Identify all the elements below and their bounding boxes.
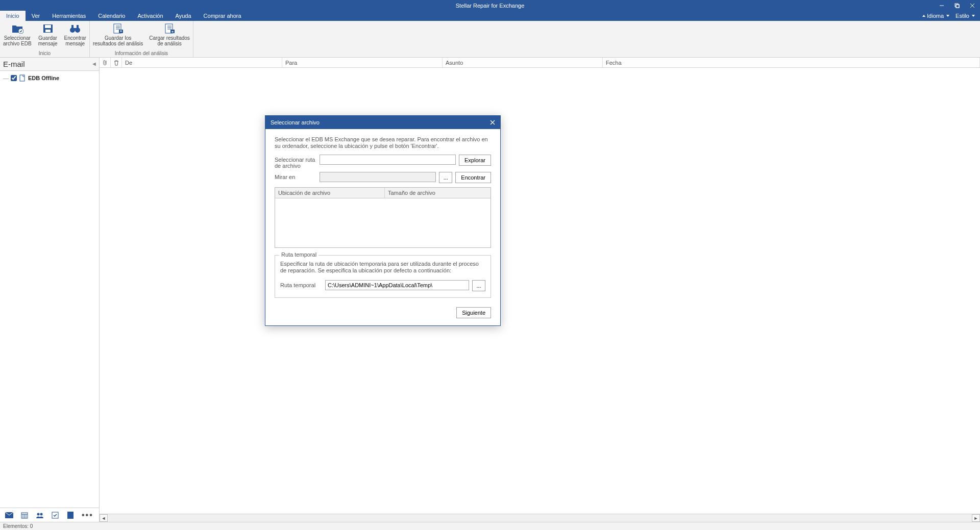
svg-rect-14	[74, 28, 77, 30]
svg-rect-8	[45, 25, 51, 28]
load-results-button[interactable]: Cargar resultados de análisis	[146, 21, 192, 50]
temp-path-input[interactable]	[325, 280, 469, 290]
menu-idioma[interactable]: Idioma	[920, 13, 951, 19]
temp-path-fieldset: Ruta temporal Especificar la ruta de ubi…	[275, 255, 491, 298]
file-save-icon	[111, 23, 125, 34]
close-button[interactable]	[965, 0, 980, 11]
horizontal-scrollbar[interactable]: ◄ ►	[100, 514, 980, 522]
minimize-button[interactable]	[934, 0, 949, 11]
col-para[interactable]: Para	[282, 58, 443, 67]
lookin-label: Mirar en	[275, 172, 316, 180]
tab-ver[interactable]: Ver	[26, 11, 46, 21]
save-results-label: Guardar los resultados del análisis	[93, 35, 143, 46]
notes-icon[interactable]	[66, 512, 75, 519]
app-title: Stellar Repair for Exchange	[456, 3, 525, 9]
temp-intro-text: Especificar la ruta de ubicación tempora…	[280, 261, 485, 274]
dialog-title-text: Seleccionar archivo	[271, 119, 320, 125]
caret-down-icon	[946, 15, 949, 17]
mail-icon[interactable]	[5, 512, 13, 519]
file-results-table: Ubicación de archivo Tamaño de archivo	[275, 187, 491, 248]
svg-rect-2	[956, 5, 959, 8]
svg-rect-12	[71, 25, 74, 28]
save-message-label: Guardar mensaje	[38, 35, 58, 46]
tree-item-edb[interactable]: — EDB Offline	[2, 74, 97, 82]
tree-connector-icon: —	[3, 75, 9, 81]
find-message-label: Encontrar mensaje	[64, 35, 86, 46]
col-de-label: De	[125, 60, 132, 66]
col-location[interactable]: Ubicación de archivo	[275, 188, 385, 198]
menu-estilo-label: Estilo	[955, 13, 969, 19]
tab-calendario[interactable]: Calendario	[92, 11, 131, 21]
status-elements-count: Elementos: 0	[3, 523, 33, 529]
caret-up-icon	[922, 15, 925, 17]
temp-legend: Ruta temporal	[279, 251, 318, 258]
svg-rect-29	[67, 512, 74, 519]
find-message-button[interactable]: Encontrar mensaje	[61, 21, 89, 50]
ribbon-group-inicio-label: Inicio	[0, 50, 89, 57]
tree-item-label: EDB Offline	[28, 75, 59, 81]
temp-browse-button[interactable]: ...	[472, 280, 485, 291]
tasks-icon[interactable]	[51, 512, 59, 519]
sidebar-collapse-icon[interactable]: ◄	[91, 61, 97, 67]
maximize-button[interactable]	[949, 0, 965, 11]
message-list-header: De Para Asunto Fecha	[100, 58, 980, 68]
scroll-track[interactable]	[108, 514, 972, 522]
lookin-browse-button[interactable]: ...	[439, 172, 452, 183]
binoculars-icon	[68, 23, 82, 34]
paperclip-icon	[103, 60, 108, 66]
message-list-body	[100, 68, 980, 514]
tab-activacion[interactable]: Activación	[131, 11, 169, 21]
tab-comprar[interactable]: Comprar ahora	[198, 11, 248, 21]
titlebar: Stellar Repair for Exchange	[0, 0, 980, 11]
tree-item-checkbox[interactable]	[11, 75, 17, 81]
menu-estilo[interactable]: Estilo	[953, 13, 977, 19]
find-button[interactable]: Encontrar	[455, 172, 491, 183]
col-asunto-label: Asunto	[446, 60, 463, 66]
more-icon[interactable]: •••	[82, 511, 93, 520]
caret-down-icon	[972, 15, 975, 17]
tab-inicio[interactable]: Inicio	[0, 11, 26, 21]
path-input[interactable]	[320, 155, 456, 165]
temp-path-label: Ruta temporal	[280, 280, 322, 288]
ribbon-group-inicio: Seleccionar archivo EDB Guardar mensaje …	[0, 21, 90, 57]
calendar-icon[interactable]	[20, 512, 29, 519]
content-area: De Para Asunto Fecha ◄ ►	[100, 58, 980, 522]
scroll-right-button[interactable]: ►	[972, 514, 980, 522]
file-load-icon	[163, 23, 176, 34]
save-message-button[interactable]: Guardar mensaje	[35, 21, 61, 50]
menu-idioma-label: Idioma	[927, 13, 944, 19]
load-results-label: Cargar resultados de análisis	[149, 35, 189, 46]
explore-button[interactable]: Explorar	[459, 155, 491, 166]
select-file-dialog: Seleccionar archivo Seleccionar el EDB M…	[265, 115, 501, 326]
sidebar-header: E-mail ◄	[0, 58, 99, 71]
lookin-input[interactable]	[320, 172, 436, 182]
save-results-button[interactable]: Guardar los resultados del análisis	[90, 21, 146, 50]
dialog-titlebar: Seleccionar archivo	[265, 116, 500, 129]
menubar: Inicio Ver Herramientas Calendario Activ…	[0, 11, 980, 21]
col-de[interactable]: De	[122, 58, 282, 67]
next-button[interactable]: Siguiente	[456, 307, 491, 318]
sidebar-title: E-mail	[3, 60, 25, 68]
col-attachment[interactable]	[100, 58, 111, 67]
col-fecha[interactable]: Fecha	[603, 58, 980, 67]
folder-check-icon	[11, 23, 24, 34]
dialog-close-button[interactable]	[488, 118, 497, 127]
tab-ayuda[interactable]: Ayuda	[169, 11, 198, 21]
col-size[interactable]: Tamaño de archivo	[385, 188, 491, 198]
select-edb-button[interactable]: Seleccionar archivo EDB	[0, 21, 35, 50]
col-delete[interactable]	[111, 58, 122, 67]
statusbar: Elementos: 0	[0, 522, 980, 530]
svg-rect-19	[20, 75, 24, 81]
scroll-left-button[interactable]: ◄	[100, 514, 108, 522]
sidebar-bottom-nav: •••	[0, 508, 99, 522]
contacts-icon[interactable]	[36, 512, 44, 519]
svg-point-26	[37, 513, 40, 515]
col-fecha-label: Fecha	[606, 60, 622, 66]
select-edb-label: Seleccionar archivo EDB	[3, 35, 32, 46]
col-asunto[interactable]: Asunto	[443, 58, 603, 67]
trash-icon	[114, 60, 119, 66]
ribbon-group-info: Guardar los resultados del análisis Carg…	[90, 21, 193, 57]
save-icon	[41, 23, 55, 34]
dialog-intro-text: Seleccionar el EDB MS Exchange que se de…	[275, 136, 491, 149]
tab-herramientas[interactable]: Herramientas	[46, 11, 92, 21]
